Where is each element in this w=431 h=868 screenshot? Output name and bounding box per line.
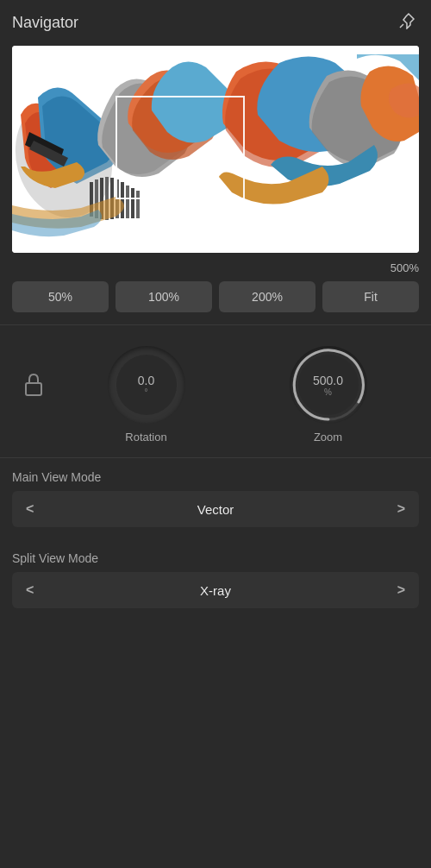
main-view-mode-value: Vector [47, 502, 383, 517]
preview-container[interactable] [12, 46, 419, 253]
rotation-value: 0.0 [138, 374, 154, 387]
header: Navigator [0, 0, 431, 46]
main-view-mode-selector: < Vector > [12, 491, 419, 527]
zoom-buttons-row: 50% 100% 200% Fit [0, 281, 431, 324]
zoom-display: 500% [0, 258, 431, 281]
split-view-next-button[interactable]: > [384, 572, 419, 608]
panel-title: Navigator [12, 14, 78, 32]
zoom-fit-button[interactable]: Fit [322, 281, 419, 312]
zoom-knob-group: 500.0 % Zoom [237, 346, 419, 443]
rotation-label: Rotation [125, 431, 166, 443]
zoom-200-button[interactable]: 200% [219, 281, 315, 312]
pin-button[interactable] [395, 9, 419, 37]
split-view-section-label: Split View Mode [0, 539, 431, 572]
preview-canvas[interactable] [12, 46, 419, 253]
rotation-unit: ° [145, 387, 148, 397]
rotation-knob-group: 0.0 ° Rotation [55, 346, 237, 443]
svg-rect-11 [131, 188, 134, 218]
controls-row: 0.0 ° Rotation 500.0 % Zoom [0, 325, 431, 457]
zoom-50-button[interactable]: 50% [12, 281, 109, 312]
main-view-section-label: Main View Mode [0, 458, 431, 491]
split-view-mode-selector: < X-ray > [12, 572, 419, 608]
zoom-knob[interactable]: 500.0 % [290, 346, 367, 424]
rotation-knob[interactable]: 0.0 ° [108, 346, 185, 424]
svg-rect-10 [126, 186, 129, 218]
main-view-next-button[interactable]: > [384, 491, 419, 527]
lock-button[interactable] [12, 372, 55, 418]
rotation-knob-inner: 0.0 ° [116, 355, 177, 415]
svg-rect-9 [121, 182, 124, 218]
split-view-mode-value: X-ray [47, 583, 383, 598]
split-view-prev-button[interactable]: < [12, 572, 47, 608]
zoom-label-text: Zoom [314, 431, 342, 443]
main-view-prev-button[interactable]: < [12, 491, 47, 527]
svg-rect-13 [26, 383, 41, 395]
svg-rect-12 [136, 191, 140, 218]
zoom-100-button[interactable]: 100% [116, 281, 212, 312]
svg-line-0 [400, 24, 403, 28]
